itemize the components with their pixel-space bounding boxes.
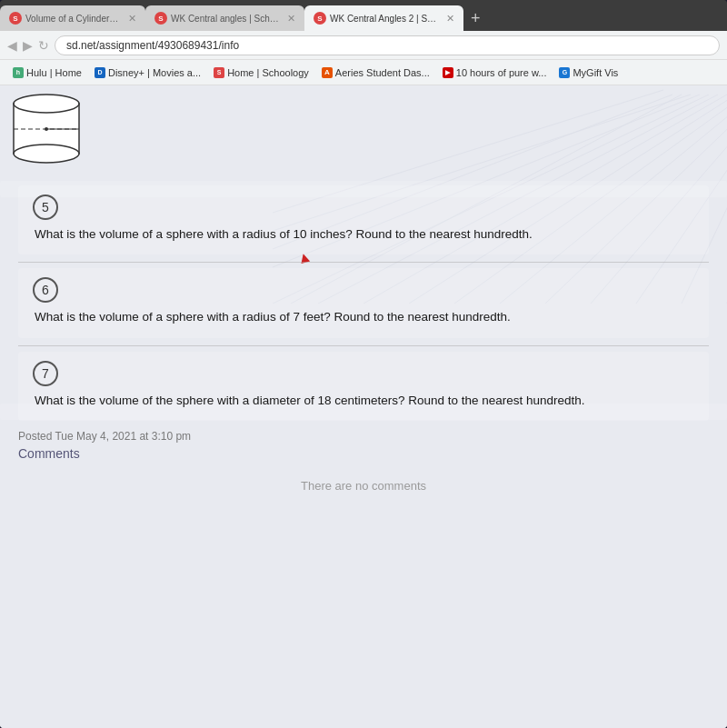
svg-point-18 — [14, 145, 79, 163]
bookmark-aeries-label: Aeries Student Das... — [335, 67, 430, 78]
browser-window: S Volume of a Cylinder and Sphe ✕ S WK C… — [0, 0, 727, 728]
bookmark-schoology-favicon: S — [214, 67, 224, 78]
bookmark-hulu-label: Hulu | Home — [26, 67, 82, 78]
tab-favicon-wk2: S — [314, 12, 326, 25]
nav-forward[interactable]: ▶ — [23, 38, 33, 53]
tab-close-wk2[interactable]: ✕ — [446, 13, 454, 25]
bookmark-mygift-favicon: G — [559, 67, 570, 78]
divider-1 — [18, 262, 709, 263]
question-6-number: 6 — [33, 277, 58, 303]
divider-2 — [18, 345, 709, 346]
question-7-text: What is the volume of the sphere with a … — [33, 392, 694, 410]
svg-point-17 — [14, 95, 79, 113]
bookmark-disney-label: Disney+ | Movies a... — [108, 67, 201, 78]
question-6-text: What is the volume of a sphere with a ra… — [33, 308, 694, 326]
bookmark-disney-favicon: D — [95, 67, 105, 78]
tab-favicon-volume: S — [9, 12, 22, 25]
nav-refresh[interactable]: ↻ — [38, 38, 49, 53]
bookmark-youtube[interactable]: ▶ 10 hours of pure w... — [437, 65, 553, 80]
bookmark-hulu-favicon: h — [13, 67, 24, 78]
tab-wk-central[interactable]: S WK Central angles | Schoology ✕ — [145, 5, 304, 31]
bookmark-aeries[interactable]: A Aeries Student Das... — [316, 65, 435, 80]
bookmark-schoology-label: Home | Schoology — [227, 67, 309, 78]
bookmark-youtube-label: 10 hours of pure w... — [456, 67, 547, 78]
cylinder-svg — [0, 85, 95, 165]
bookmark-aeries-favicon: A — [322, 67, 333, 78]
tab-label-wk2: WK Central Angles 2 | Schoolo — [330, 14, 439, 24]
bookmark-youtube-favicon: ▶ — [443, 67, 453, 78]
bookmark-mygift-label: MyGift Vis — [573, 67, 618, 78]
bookmark-schoology[interactable]: S Home | Schoology — [208, 65, 314, 80]
nav-back[interactable]: ◀ — [7, 38, 17, 53]
tab-wk-central2[interactable]: S WK Central Angles 2 | Schoolo ✕ — [304, 5, 463, 31]
tab-close-wk[interactable]: ✕ — [287, 13, 295, 25]
content-area: 5 What is the volume of a sphere with a … — [0, 85, 727, 728]
no-comments-text: There are no comments — [0, 479, 727, 493]
tab-bar: S Volume of a Cylinder and Sphe ✕ S WK C… — [0, 0, 727, 31]
tab-favicon-wk: S — [154, 12, 167, 25]
comments-label: Comments — [18, 446, 709, 461]
tab-volume[interactable]: S Volume of a Cylinder and Sphe ✕ — [0, 5, 145, 31]
cylinder-image-area — [0, 85, 182, 185]
bookmark-disney[interactable]: D Disney+ | Movies a... — [89, 65, 206, 80]
tab-label-wk: WK Central angles | Schoology — [171, 14, 280, 24]
address-bar: ◀ ▶ ↻ — [0, 31, 727, 60]
question-5-text: What is the volume of a sphere with a ra… — [33, 225, 694, 244]
question-6-section: 6 What is the volume of a sphere with a … — [18, 268, 709, 337]
address-input[interactable] — [55, 35, 720, 55]
bookmarks-bar: h Hulu | Home D Disney+ | Movies a... S … — [0, 60, 727, 85]
new-tab-button[interactable]: + — [463, 5, 488, 31]
question-7-number: 7 — [33, 361, 58, 386]
bookmark-mygift[interactable]: G MyGift Vis — [553, 65, 623, 80]
question-5-number: 5 — [33, 194, 58, 220]
bookmark-hulu[interactable]: h Hulu | Home — [7, 65, 87, 80]
question-7-section: 7 What is the volume of the sphere with … — [18, 352, 709, 421]
page-content: 5 What is the volume of a sphere with a … — [0, 85, 727, 728]
posted-info: Posted Tue May 4, 2021 at 3:10 pm — [18, 430, 709, 443]
tab-close-volume[interactable]: ✕ — [128, 13, 136, 25]
tab-label-volume: Volume of a Cylinder and Sphe — [25, 14, 121, 24]
question-5-section: 5 What is the volume of a sphere with a … — [18, 185, 709, 254]
